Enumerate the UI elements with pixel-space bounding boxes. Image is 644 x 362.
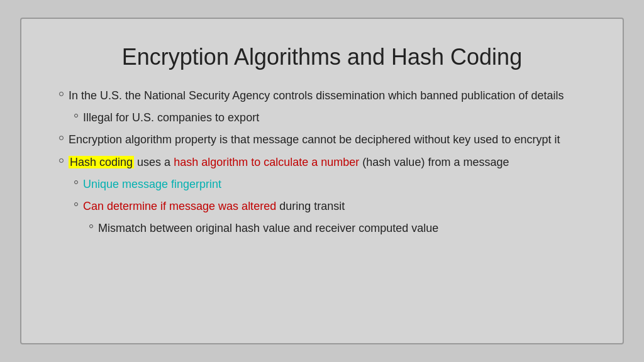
bullet-1: In the U.S. the National Security Agency… bbox=[59, 88, 585, 104]
bullet-3-2: Can determine if message was altered dur… bbox=[74, 199, 585, 214]
during-transit: during transit bbox=[279, 200, 345, 212]
bullet-1-text: In the U.S. the National Security Agency… bbox=[69, 88, 585, 104]
bullet-3-text: Hash coding uses a hash algorithm to cal… bbox=[69, 155, 585, 170]
hash-algorithm-highlight: hash algorithm to calculate a number bbox=[174, 156, 359, 168]
bullet-3-1-text: Unique message fingerprint bbox=[83, 177, 585, 192]
bullet-marker-3 bbox=[59, 158, 64, 163]
bullet-2: Encryption algorithm property is that me… bbox=[59, 132, 585, 148]
bullet-marker-1-1 bbox=[74, 114, 78, 118]
bullet-3-2-1: Mismatch between original hash value and… bbox=[89, 221, 585, 236]
slide: Encryption Algorithms and Hash Coding In… bbox=[20, 18, 624, 344]
bullet-3-1: Unique message fingerprint bbox=[74, 177, 585, 192]
slide-content: In the U.S. the National Security Agency… bbox=[59, 88, 585, 318]
bullet-3-2-1-text: Mismatch between original hash value and… bbox=[98, 221, 585, 236]
bullet-marker-3-2-1 bbox=[89, 224, 93, 228]
bullet-3-hashvalue: (hash value) from a message bbox=[362, 156, 509, 168]
bullet-marker-1 bbox=[59, 92, 64, 96]
slide-title: Encryption Algorithms and Hash Coding bbox=[59, 44, 585, 70]
bullet-3-uses: uses a bbox=[137, 156, 174, 168]
bullet-3: Hash coding uses a hash algorithm to cal… bbox=[59, 155, 585, 170]
hash-coding-highlight: Hash coding bbox=[69, 156, 134, 168]
bullet-marker-3-1 bbox=[74, 180, 78, 184]
bullet-1-1-text: Illegal for U.S. companies to export bbox=[83, 110, 585, 126]
bullet-marker-3-2 bbox=[74, 202, 78, 206]
bullet-marker-2 bbox=[59, 136, 64, 140]
can-determine-highlight: Can determine if message was altered bbox=[83, 200, 276, 212]
bullet-1-1: Illegal for U.S. companies to export bbox=[74, 110, 585, 126]
bullet-2-text: Encryption algorithm property is that me… bbox=[69, 132, 585, 148]
bullet-3-2-text: Can determine if message was altered dur… bbox=[83, 199, 585, 214]
